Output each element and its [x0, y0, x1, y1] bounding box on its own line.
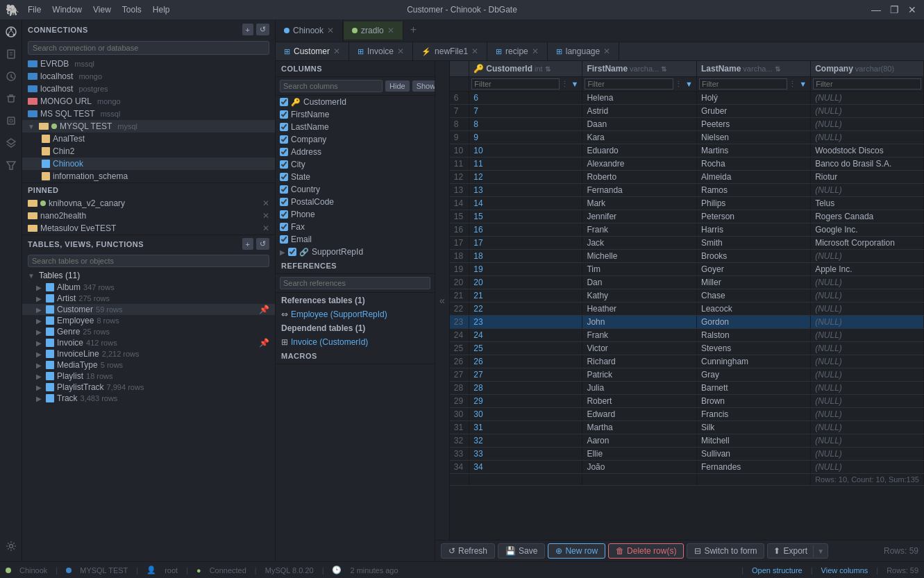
connections-icon[interactable] [1, 22, 21, 42]
table-item-artist[interactable]: ▶ Artist 275 rows [22, 293, 275, 304]
collapse-panel-button[interactable]: « [435, 61, 450, 540]
connections-search-input[interactable] [28, 41, 269, 55]
table-row[interactable]: 18 18 Michelle Brooks (NULL) [450, 250, 924, 263]
expand-icon[interactable]: ▶ [36, 384, 42, 391]
db-information-schema[interactable]: information_schema [22, 170, 275, 182]
cell-lastname[interactable]: Silk [697, 421, 811, 434]
cell-company[interactable]: Google Inc. [811, 223, 924, 237]
column-checkbox[interactable] [288, 248, 296, 256]
table-row[interactable]: 24 24 Frank Ralston (NULL) [450, 329, 924, 342]
close-tab-icon[interactable]: ✕ [603, 46, 610, 56]
tables-section-header[interactable]: ▼ Tables (11) [22, 269, 275, 282]
tab-newfile1[interactable]: ⚡ newFile1 ✕ [413, 42, 487, 60]
cell-firstname[interactable]: Fernanda [582, 184, 697, 197]
cell-firstname[interactable]: Mark [582, 197, 697, 210]
refresh-button[interactable]: ↺ Refresh [441, 543, 495, 559]
connection-mongo-url[interactable]: MONGO URL mongo [22, 95, 275, 108]
column-item-country[interactable]: Country [276, 183, 435, 196]
cell-company[interactable]: (NULL) [811, 131, 924, 144]
cell-lastname[interactable]: Harris [697, 223, 811, 237]
cell-customerid[interactable]: 8 [469, 118, 582, 131]
cell-firstname[interactable]: Roberto [582, 171, 697, 184]
cell-customerid[interactable]: 34 [469, 461, 582, 474]
cell-lastname[interactable]: Goyer [697, 263, 811, 276]
cell-customerid[interactable]: 13 [469, 184, 582, 197]
col-header-company[interactable]: Company varchar(80) [811, 61, 924, 77]
cell-firstname[interactable]: Richard [582, 355, 697, 368]
cell-lastname[interactable]: Leacock [697, 303, 811, 316]
cell-customerid[interactable]: 25 [469, 342, 582, 355]
cell-lastname[interactable]: Peeters [697, 118, 811, 131]
column-checkbox[interactable] [280, 98, 288, 106]
column-checkbox[interactable] [280, 210, 288, 219]
cell-company[interactable]: Microsoft Corporation [811, 237, 924, 250]
cell-customerid[interactable]: 6 [469, 92, 582, 105]
pinned-item-extra[interactable]: Metasulov EveTEST ✕ [22, 222, 275, 235]
grid-wrapper[interactable]: 🔑 CustomerId int ⇅ FirstName [450, 61, 924, 540]
unpin-button[interactable]: ✕ [262, 223, 269, 233]
table-row[interactable]: 16 16 Frank Harris Google Inc. [450, 223, 924, 237]
cell-lastname[interactable]: Gray [697, 368, 811, 382]
cell-lastname[interactable]: Ramos [697, 184, 811, 197]
add-connection-button[interactable]: + [242, 24, 253, 35]
column-checkbox[interactable] [280, 235, 288, 244]
cell-company[interactable]: (NULL) [811, 368, 924, 382]
cell-lastname[interactable]: Miller [697, 276, 811, 289]
table-item-invoice[interactable]: ▶ Invoice 412 rows 📌 [22, 337, 275, 348]
cell-firstname[interactable]: Eduardo [582, 144, 697, 158]
cell-lastname[interactable]: Sullivan [697, 448, 811, 461]
cell-firstname[interactable]: John [582, 316, 697, 329]
cell-company[interactable]: (NULL) [811, 184, 924, 197]
tab-invoice[interactable]: ⊞ Invoice ✕ [349, 42, 413, 60]
cell-firstname[interactable]: Jack [582, 237, 697, 250]
table-row[interactable]: 23 23 John Gordon (NULL) [450, 316, 924, 329]
filter-customerid-input[interactable] [471, 78, 559, 90]
column-item-city[interactable]: City [276, 158, 435, 171]
table-row[interactable]: 28 28 Julia Barnett (NULL) [450, 382, 924, 395]
cell-customerid[interactable]: 24 [469, 329, 582, 342]
cell-company[interactable]: (NULL) [811, 434, 924, 448]
table-row[interactable]: 19 19 Tim Goyer Apple Inc. [450, 263, 924, 276]
cell-company[interactable]: (NULL) [811, 408, 924, 421]
cell-lastname[interactable]: Brown [697, 395, 811, 408]
column-item-customerid[interactable]: 🔑 CustomerId [276, 96, 435, 108]
column-item-email[interactable]: Email [276, 233, 435, 246]
table-row[interactable]: 25 25 Victor Stevens (NULL) [450, 342, 924, 355]
cell-lastname[interactable]: Ralston [697, 329, 811, 342]
filter-company-input[interactable] [813, 78, 921, 90]
column-item-postalcode[interactable]: PostalCode [276, 196, 435, 208]
tvf-search-input[interactable] [28, 255, 269, 267]
cell-company[interactable]: (NULL) [811, 329, 924, 342]
cell-lastname[interactable]: Martins [697, 144, 811, 158]
col-header-customerid[interactable]: 🔑 CustomerId int ⇅ [469, 61, 582, 77]
column-checkbox[interactable] [280, 160, 288, 169]
cell-lastname[interactable]: Smith [697, 237, 811, 250]
expand-icon[interactable]: ▶ [36, 395, 42, 402]
view-columns-link[interactable]: View columns [821, 566, 868, 575]
table-row[interactable]: 26 26 Richard Cunningham (NULL) [450, 355, 924, 368]
switch-to-form-button[interactable]: ⊟ Switch to form [687, 543, 764, 559]
files-icon[interactable] [1, 44, 21, 64]
filter-options-button[interactable]: ⋮ [787, 79, 798, 90]
cell-company[interactable]: Rogers Canada [811, 210, 924, 223]
table-row[interactable]: 8 8 Daan Peeters (NULL) [450, 118, 924, 131]
cell-lastname[interactable]: Mitchell [697, 434, 811, 448]
column-item-address[interactable]: Address [276, 146, 435, 158]
open-structure-link[interactable]: Open structure [752, 566, 803, 575]
col-expand-icon[interactable]: ▶ [280, 248, 285, 256]
sort-icon[interactable]: ⇅ [545, 65, 551, 73]
refresh-tables-button[interactable]: ↺ [256, 238, 269, 250]
table-row[interactable]: 11 11 Alexandre Rocha Banco do Brasil S.… [450, 158, 924, 171]
layers-icon[interactable] [1, 133, 21, 153]
cell-company[interactable]: (NULL) [811, 250, 924, 263]
add-table-button[interactable]: + [242, 238, 253, 250]
cell-company[interactable]: (NULL) [811, 461, 924, 474]
cell-firstname[interactable]: Alexandre [582, 158, 697, 171]
cell-company[interactable]: (NULL) [811, 118, 924, 131]
refresh-connections-button[interactable]: ↺ [256, 24, 269, 35]
table-row[interactable]: 31 31 Martha Silk (NULL) [450, 421, 924, 434]
column-item-lastname[interactable]: LastName [276, 121, 435, 133]
expand-icon[interactable]: ▶ [36, 295, 42, 303]
table-row[interactable]: 14 14 Mark Philips Telus [450, 197, 924, 210]
cell-company[interactable]: Riotur [811, 171, 924, 184]
